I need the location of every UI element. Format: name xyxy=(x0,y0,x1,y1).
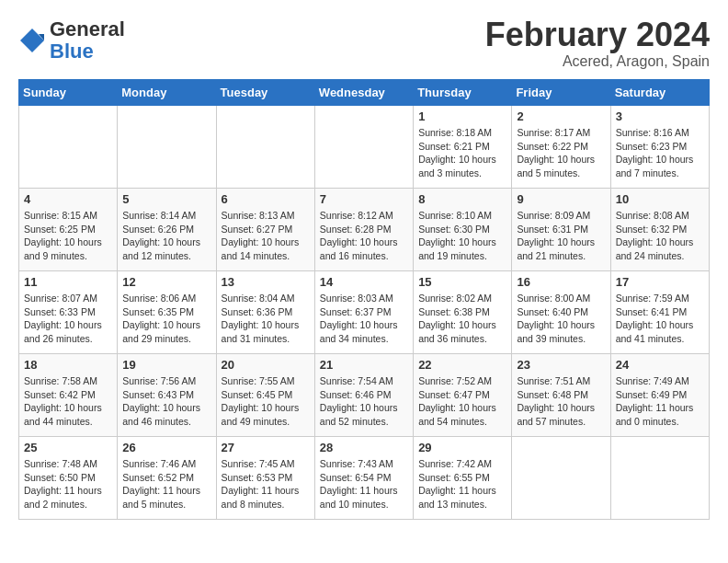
weekday-header-sunday: Sunday xyxy=(19,80,118,106)
logo: General Blue xyxy=(18,18,125,63)
day-content: Sunrise: 7:42 AM Sunset: 6:55 PM Dayligh… xyxy=(418,457,506,511)
day-content: Sunrise: 7:52 AM Sunset: 6:47 PM Dayligh… xyxy=(418,374,506,429)
day-number: 3 xyxy=(616,109,704,123)
day-number: 9 xyxy=(517,192,605,206)
day-number: 11 xyxy=(24,275,112,289)
weekday-header-tuesday: Tuesday xyxy=(216,80,314,106)
day-content: Sunrise: 8:00 AM Sunset: 6:40 PM Dayligh… xyxy=(517,292,605,346)
day-content: Sunrise: 8:08 AM Sunset: 6:32 PM Dayligh… xyxy=(616,209,704,263)
day-number: 6 xyxy=(222,192,310,206)
calendar-cell xyxy=(118,106,216,189)
day-content: Sunrise: 8:07 AM Sunset: 6:33 PM Dayligh… xyxy=(24,292,112,346)
day-content: Sunrise: 8:10 AM Sunset: 6:30 PM Dayligh… xyxy=(418,209,506,263)
page-header: General Blue February 2024 Acered, Arago… xyxy=(18,18,710,70)
calendar-cell: 19Sunrise: 7:56 AM Sunset: 6:43 PM Dayli… xyxy=(118,354,216,437)
location-subtitle: Acered, Aragon, Spain xyxy=(485,53,710,70)
calendar-cell xyxy=(610,437,709,520)
day-content: Sunrise: 7:51 AM Sunset: 6:48 PM Dayligh… xyxy=(517,374,605,429)
day-number: 21 xyxy=(320,358,408,372)
calendar-cell: 16Sunrise: 8:00 AM Sunset: 6:40 PM Dayli… xyxy=(512,271,610,354)
day-content: Sunrise: 8:15 AM Sunset: 6:25 PM Dayligh… xyxy=(24,209,112,263)
calendar-cell: 25Sunrise: 7:48 AM Sunset: 6:50 PM Dayli… xyxy=(19,437,118,520)
day-number: 24 xyxy=(616,358,704,372)
calendar-cell: 9Sunrise: 8:09 AM Sunset: 6:31 PM Daylig… xyxy=(512,189,610,271)
day-number: 16 xyxy=(517,275,605,289)
calendar-cell: 2Sunrise: 8:17 AM Sunset: 6:22 PM Daylig… xyxy=(512,106,610,189)
calendar-cell: 1Sunrise: 8:18 AM Sunset: 6:21 PM Daylig… xyxy=(414,106,512,189)
day-content: Sunrise: 7:58 AM Sunset: 6:42 PM Dayligh… xyxy=(24,374,112,429)
calendar-cell: 7Sunrise: 8:12 AM Sunset: 6:28 PM Daylig… xyxy=(314,189,413,271)
day-content: Sunrise: 7:49 AM Sunset: 6:49 PM Dayligh… xyxy=(616,374,704,429)
day-number: 4 xyxy=(24,192,112,206)
calendar-cell: 22Sunrise: 7:52 AM Sunset: 6:47 PM Dayli… xyxy=(414,354,512,437)
svg-marker-0 xyxy=(20,29,44,52)
calendar-table: SundayMondayTuesdayWednesdayThursdayFrid… xyxy=(18,79,710,520)
calendar-cell: 6Sunrise: 8:13 AM Sunset: 6:27 PM Daylig… xyxy=(216,189,314,271)
day-number: 13 xyxy=(222,275,310,289)
day-number: 5 xyxy=(122,192,210,206)
calendar-cell: 8Sunrise: 8:10 AM Sunset: 6:30 PM Daylig… xyxy=(414,189,512,271)
calendar-week-row: 11Sunrise: 8:07 AM Sunset: 6:33 PM Dayli… xyxy=(19,271,710,354)
day-content: Sunrise: 7:59 AM Sunset: 6:41 PM Dayligh… xyxy=(616,292,704,346)
day-content: Sunrise: 7:56 AM Sunset: 6:43 PM Dayligh… xyxy=(122,374,210,429)
weekday-header-monday: Monday xyxy=(118,80,216,106)
calendar-cell: 20Sunrise: 7:55 AM Sunset: 6:45 PM Dayli… xyxy=(216,354,314,437)
calendar-cell: 23Sunrise: 7:51 AM Sunset: 6:48 PM Dayli… xyxy=(512,354,610,437)
title-block: February 2024 Acered, Aragon, Spain xyxy=(485,18,710,70)
day-content: Sunrise: 7:54 AM Sunset: 6:46 PM Dayligh… xyxy=(320,374,408,429)
calendar-cell: 13Sunrise: 8:04 AM Sunset: 6:36 PM Dayli… xyxy=(216,271,314,354)
day-content: Sunrise: 8:09 AM Sunset: 6:31 PM Dayligh… xyxy=(517,209,605,263)
day-content: Sunrise: 8:13 AM Sunset: 6:27 PM Dayligh… xyxy=(222,209,310,263)
day-content: Sunrise: 8:04 AM Sunset: 6:36 PM Dayligh… xyxy=(222,292,310,346)
day-number: 26 xyxy=(122,441,210,454)
weekday-header-thursday: Thursday xyxy=(414,80,512,106)
day-content: Sunrise: 8:16 AM Sunset: 6:23 PM Dayligh… xyxy=(616,126,704,180)
logo-text: General Blue xyxy=(50,18,125,63)
month-year-title: February 2024 xyxy=(485,18,710,52)
day-number: 23 xyxy=(517,358,605,372)
day-number: 2 xyxy=(517,109,605,123)
day-content: Sunrise: 7:48 AM Sunset: 6:50 PM Dayligh… xyxy=(24,457,112,511)
day-content: Sunrise: 8:12 AM Sunset: 6:28 PM Dayligh… xyxy=(320,209,408,263)
day-content: Sunrise: 8:02 AM Sunset: 6:38 PM Dayligh… xyxy=(418,292,506,346)
calendar-week-row: 25Sunrise: 7:48 AM Sunset: 6:50 PM Dayli… xyxy=(19,437,710,520)
calendar-week-row: 18Sunrise: 7:58 AM Sunset: 6:42 PM Dayli… xyxy=(19,354,710,437)
day-number: 7 xyxy=(320,192,408,206)
day-number: 12 xyxy=(122,275,210,289)
day-number: 29 xyxy=(418,441,506,454)
day-number: 22 xyxy=(418,358,506,372)
day-number: 14 xyxy=(320,275,408,289)
calendar-cell: 15Sunrise: 8:02 AM Sunset: 6:38 PM Dayli… xyxy=(414,271,512,354)
day-number: 19 xyxy=(122,358,210,372)
calendar-cell: 4Sunrise: 8:15 AM Sunset: 6:25 PM Daylig… xyxy=(19,189,118,271)
day-number: 10 xyxy=(616,192,704,206)
calendar-cell: 24Sunrise: 7:49 AM Sunset: 6:49 PM Dayli… xyxy=(610,354,709,437)
weekday-header-saturday: Saturday xyxy=(610,80,709,106)
day-content: Sunrise: 8:17 AM Sunset: 6:22 PM Dayligh… xyxy=(517,126,605,180)
calendar-cell: 14Sunrise: 8:03 AM Sunset: 6:37 PM Dayli… xyxy=(314,271,413,354)
calendar-cell: 3Sunrise: 8:16 AM Sunset: 6:23 PM Daylig… xyxy=(610,106,709,189)
calendar-cell: 11Sunrise: 8:07 AM Sunset: 6:33 PM Dayli… xyxy=(19,271,118,354)
calendar-cell xyxy=(512,437,610,520)
calendar-cell: 5Sunrise: 8:14 AM Sunset: 6:26 PM Daylig… xyxy=(118,189,216,271)
calendar-cell: 27Sunrise: 7:45 AM Sunset: 6:53 PM Dayli… xyxy=(216,437,314,520)
calendar-cell: 29Sunrise: 7:42 AM Sunset: 6:55 PM Dayli… xyxy=(414,437,512,520)
day-number: 28 xyxy=(320,441,408,454)
day-content: Sunrise: 8:18 AM Sunset: 6:21 PM Dayligh… xyxy=(418,126,506,180)
day-number: 20 xyxy=(222,358,310,372)
day-content: Sunrise: 8:03 AM Sunset: 6:37 PM Dayligh… xyxy=(320,292,408,346)
day-number: 25 xyxy=(24,441,112,454)
day-content: Sunrise: 7:55 AM Sunset: 6:45 PM Dayligh… xyxy=(222,374,310,429)
day-content: Sunrise: 8:06 AM Sunset: 6:35 PM Dayligh… xyxy=(122,292,210,346)
day-number: 18 xyxy=(24,358,112,372)
day-number: 27 xyxy=(222,441,310,454)
calendar-cell: 17Sunrise: 7:59 AM Sunset: 6:41 PM Dayli… xyxy=(610,271,709,354)
day-content: Sunrise: 7:43 AM Sunset: 6:54 PM Dayligh… xyxy=(320,457,408,511)
calendar-cell xyxy=(216,106,314,189)
calendar-week-row: 1Sunrise: 8:18 AM Sunset: 6:21 PM Daylig… xyxy=(19,106,710,189)
calendar-cell: 12Sunrise: 8:06 AM Sunset: 6:35 PM Dayli… xyxy=(118,271,216,354)
calendar-week-row: 4Sunrise: 8:15 AM Sunset: 6:25 PM Daylig… xyxy=(19,189,710,271)
weekday-header-row: SundayMondayTuesdayWednesdayThursdayFrid… xyxy=(19,80,710,106)
calendar-cell xyxy=(314,106,413,189)
day-content: Sunrise: 8:14 AM Sunset: 6:26 PM Dayligh… xyxy=(122,209,210,263)
